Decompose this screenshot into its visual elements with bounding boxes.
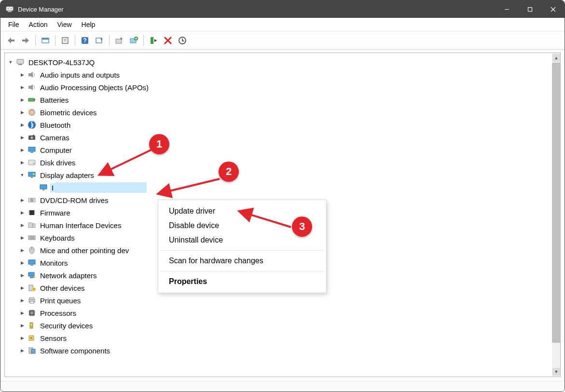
- tree-category-cameras[interactable]: ▶Cameras: [7, 131, 560, 144]
- uninstall-device-toolbar-button[interactable]: [176, 34, 189, 47]
- expand-icon[interactable]: ▶: [18, 334, 26, 342]
- svg-point-2: [8, 8, 9, 9]
- back-button[interactable]: [4, 34, 18, 47]
- svg-rect-11: [42, 38, 49, 40]
- expand-icon[interactable]: ▶: [18, 221, 26, 229]
- scroll-down-button[interactable]: ▼: [552, 368, 560, 376]
- context-menu-scan-hardware[interactable]: Scan for hardware changes: [158, 254, 326, 268]
- expand-icon[interactable]: ▶: [18, 347, 26, 354]
- svg-point-3: [11, 8, 12, 9]
- svg-rect-39: [30, 152, 33, 153]
- update-driver-toolbar-button[interactable]: [112, 34, 126, 47]
- svg-rect-29: [28, 98, 34, 101]
- toolbar: ?: [0, 31, 565, 50]
- expand-icon[interactable]: ▶: [18, 209, 26, 216]
- expand-icon[interactable]: ▶: [18, 96, 26, 104]
- tree-node-label: Computer: [39, 146, 73, 155]
- forward-button[interactable]: [19, 34, 32, 47]
- tree-category-biometric-devices[interactable]: ▶Biometric devices: [7, 106, 560, 119]
- maximize-button[interactable]: [518, 0, 541, 18]
- collapse-icon[interactable]: ▼: [18, 171, 26, 179]
- expand-icon[interactable]: ▶: [18, 259, 26, 267]
- collapse-icon[interactable]: ▼: [7, 58, 14, 66]
- svg-text:?: ?: [33, 288, 35, 291]
- tree-node-label: I: [50, 183, 55, 192]
- expand-icon[interactable]: ▶: [18, 322, 26, 329]
- tree-node-label: Cameras: [39, 133, 71, 142]
- security-icon: [27, 321, 37, 330]
- software-icon: [27, 346, 37, 355]
- expand-icon[interactable]: ▶: [18, 108, 26, 116]
- tree-category-sensors[interactable]: ▶Sensors: [7, 332, 560, 344]
- menu-action[interactable]: Action: [24, 19, 53, 30]
- expand-icon[interactable]: ▶: [18, 134, 26, 141]
- svg-rect-58: [33, 224, 35, 228]
- tree-category-processors[interactable]: ▶Processors: [7, 307, 560, 319]
- minimize-button[interactable]: [495, 0, 518, 18]
- expand-icon[interactable]: ▶: [18, 234, 26, 242]
- tree-category-disk-drives[interactable]: ▶Disk drives: [7, 156, 560, 169]
- expand-icon[interactable]: ▶: [18, 146, 26, 154]
- tree-category-computer[interactable]: ▶Computer: [7, 144, 560, 156]
- speaker-icon: [27, 82, 37, 92]
- svg-rect-26: [18, 64, 22, 65]
- tree-root[interactable]: ▼DESKTOP-4L537JQ: [7, 56, 560, 68]
- svg-rect-43: [31, 177, 33, 178]
- expand-icon[interactable]: ▶: [18, 196, 26, 204]
- titlebar: Device Manager: [0, 0, 565, 18]
- svg-rect-5: [528, 7, 532, 11]
- tree-category-software-components[interactable]: ▶Software components: [7, 344, 560, 357]
- tree-category-security-devices[interactable]: ▶Security devices: [7, 319, 560, 332]
- svg-point-41: [33, 163, 34, 164]
- toolbar-separator: [35, 35, 36, 46]
- vertical-scrollbar[interactable]: ▲ ▼: [552, 53, 561, 377]
- expand-icon[interactable]: ▶: [18, 159, 26, 166]
- sensor-icon: [27, 333, 37, 343]
- expand-icon[interactable]: ▶: [18, 297, 26, 304]
- tree-node-label: DESKTOP-4L537JQ: [27, 58, 96, 67]
- show-hidden-devices-button[interactable]: [39, 34, 52, 47]
- cpu-icon: [27, 308, 37, 318]
- enable-device-toolbar-button[interactable]: [147, 34, 160, 47]
- expand-icon[interactable]: ▶: [18, 284, 26, 292]
- tree-node-label: Audio inputs and outputs: [39, 70, 121, 80]
- svg-rect-50: [29, 210, 34, 215]
- tree-category-audio-processing-objects-apos-[interactable]: ▶Audio Processing Objects (APOs): [7, 81, 560, 94]
- menu-help[interactable]: Help: [77, 19, 100, 30]
- svg-point-33: [31, 112, 32, 113]
- add-legacy-toolbar-button[interactable]: [127, 34, 140, 47]
- tree-category-display-adapters[interactable]: ▼Display adapters: [7, 169, 560, 181]
- menu-view[interactable]: View: [52, 19, 76, 30]
- svg-rect-30: [34, 99, 35, 101]
- scroll-thumb[interactable]: [552, 63, 561, 343]
- tree-category-print-queues[interactable]: ▶Print queues: [7, 294, 560, 307]
- svg-rect-91: [31, 349, 35, 353]
- scroll-up-button[interactable]: ▲: [552, 54, 560, 62]
- svg-rect-77: [30, 311, 33, 314]
- tree-node-label: DVD/CD-ROM drives: [39, 196, 110, 205]
- expand-icon[interactable]: ▶: [18, 309, 26, 317]
- tree-device-display-selected[interactable]: I: [7, 181, 560, 194]
- scroll-track[interactable]: [552, 63, 561, 367]
- svg-rect-9: [22, 40, 26, 41]
- expand-icon[interactable]: ▶: [18, 271, 26, 279]
- network-icon: [27, 270, 37, 280]
- properties-toolbar-button[interactable]: [58, 34, 72, 47]
- scan-hardware-toolbar-button[interactable]: [93, 34, 106, 47]
- expand-icon[interactable]: ▶: [18, 71, 26, 79]
- close-button[interactable]: [541, 0, 565, 18]
- window-title: Device Manager: [18, 6, 64, 13]
- context-menu-properties[interactable]: Properties: [158, 274, 326, 289]
- tree-category-audio-inputs-and-outputs[interactable]: ▶Audio inputs and outputs: [7, 68, 560, 81]
- svg-rect-68: [30, 277, 33, 278]
- help-toolbar-button[interactable]: ?: [78, 34, 92, 47]
- tree-category-batteries[interactable]: ▶Batteries: [7, 94, 560, 106]
- menu-file[interactable]: File: [3, 19, 24, 30]
- expand-icon[interactable]: ▶: [18, 121, 26, 129]
- expand-icon[interactable]: ▶: [18, 83, 26, 91]
- svg-rect-37: [33, 135, 34, 136]
- expand-icon[interactable]: ▶: [18, 246, 26, 254]
- context-menu-separator: [160, 250, 324, 251]
- disable-device-toolbar-button[interactable]: [161, 34, 175, 47]
- tree-category-bluetooth[interactable]: ▶Bluetooth: [7, 119, 560, 131]
